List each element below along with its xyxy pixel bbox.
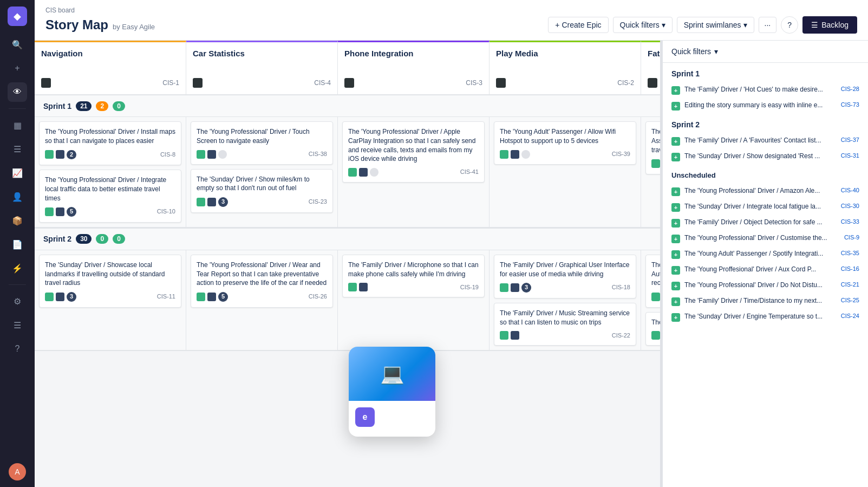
story-card-footer-cis18: 3 CIS-18 — [500, 283, 630, 292]
story-card-cis23[interactable]: The 'Sunday' Driver / Show miles/km to e… — [191, 169, 333, 213]
sidebar-item-user[interactable]: 👤 — [8, 187, 27, 206]
sprint-1-badge-total: 21 — [76, 101, 92, 111]
right-panel-content: Sprint 1 The 'Family' Driver / 'Hot Cues… — [663, 63, 868, 487]
story-card-text: The 'Sunday' Driver / Enable 'Tourist Mo… — [651, 127, 660, 154]
right-panel-quick-filters-button[interactable]: Quick filters ▾ — [671, 47, 718, 56]
story-card-cis19[interactable]: The 'Family' Driver / Microphone so that… — [342, 255, 485, 298]
sprint-swimlanes-button[interactable]: Sprint swimlanes ▾ — [677, 17, 754, 33]
story-card-fatigue-1[interactable]: The 'Sunday' Driver / Enable 'Tourist Mo… — [645, 121, 660, 174]
story-card-footer-fatigue1: 2 CIS-5 — [651, 159, 660, 168]
backlog-item-ticket: CIS-28 — [841, 86, 859, 92]
sidebar-item-pages[interactable]: 📄 — [8, 235, 27, 254]
right-panel-sprint2-title: Sprint 2 — [667, 114, 864, 133]
sidebar-item-package[interactable]: 📦 — [8, 211, 27, 230]
epic-footer-phone: CIS-3 — [344, 78, 482, 88]
story-card-icons: 5 — [45, 207, 76, 216]
story-map[interactable]: Navigation CIS-1 Car Statistics CIS-4 — [35, 41, 660, 487]
story-card-cis8[interactable]: The 'Young Professional' Driver / Instal… — [39, 121, 181, 165]
help-button[interactable]: ? — [781, 16, 798, 34]
epic-fatigue-management[interactable]: Fatigue Management CIS-5 — [641, 41, 660, 94]
story-card-cis7[interactable]: The 'Sunday' Driver / Time Driving Displ… — [645, 312, 660, 346]
list-item[interactable]: The 'Young Professional' Driver / Amazon… — [667, 184, 864, 199]
backlog-item-text: The 'Young Professional' Driver / Custom… — [684, 234, 840, 243]
backlog-label: Backlog — [821, 21, 849, 29]
story-card-cis11[interactable]: The 'Sunday' Driver / Showcase local lan… — [39, 255, 181, 308]
sidebar-item-list[interactable]: ☰ — [8, 139, 27, 159]
list-item[interactable]: The 'Family' Driver / Time/Distance to m… — [667, 294, 864, 309]
story-card-cis18[interactable]: The 'Family' Driver / Graphical User Int… — [494, 255, 636, 298]
story-card-cis6[interactable]: The 'Young Professional' Driver / Androi… — [645, 255, 660, 308]
list-item[interactable]: The 'Family' Driver / A 'Favourites' Con… — [667, 133, 864, 149]
create-epic-button[interactable]: + Create Epic — [548, 17, 608, 33]
green-icon — [500, 331, 508, 340]
sidebar-item-help[interactable]: ? — [8, 339, 27, 359]
story-card-cis41[interactable]: The 'Young Professional' Driver / Apple … — [342, 121, 485, 183]
epic-title-car: Car Statistics — [193, 49, 331, 58]
sidebar-item-chart[interactable]: 📈 — [8, 163, 27, 183]
story-card-footer-cis6: 3 CIS-6 — [651, 292, 660, 301]
story-card-text: The 'Young Adult' Passenger / Allow Wifi… — [500, 127, 630, 146]
story-card-icons — [348, 283, 368, 291]
sidebar-item-search[interactable]: 🔍 — [8, 35, 27, 54]
sidebar-item-settings[interactable]: ⚙ — [8, 291, 27, 311]
backlog-item-ticket: CIS-16 — [841, 265, 859, 272]
sidebar: ◆ 🔍 + 👁 ▦ ☰ 📈 👤 📦 📄 ⚡ ⚙ ☰ ? A — [0, 0, 35, 487]
sprint-swimlanes-label: Sprint swimlanes — [684, 21, 741, 29]
story-icon — [671, 250, 680, 259]
epic-title-fatigue: Fatigue Management — [648, 49, 660, 58]
quick-filters-button[interactable]: Quick filters ▾ — [613, 17, 673, 33]
sidebar-item-reports[interactable]: ⚡ — [8, 258, 27, 278]
story-card-cis26[interactable]: The 'Young Professional' Driver / Wear a… — [191, 255, 333, 308]
story-icon — [671, 297, 680, 306]
list-item[interactable]: Editing the story summary is easy with i… — [667, 98, 864, 114]
list-item[interactable]: The 'Young Professional' Driver / Custom… — [667, 231, 864, 246]
sidebar-divider — [9, 108, 26, 109]
right-panel-sprint1-items: The 'Family' Driver / 'Hot Cues' to make… — [667, 82, 864, 114]
list-item[interactable]: The 'Sunday' Driver / Integrate local fa… — [667, 199, 864, 215]
story-ticket: CIS-22 — [612, 332, 630, 340]
story-card-cis22[interactable]: The 'Family' Driver / Music Streaming se… — [494, 303, 636, 346]
story-card-cis39[interactable]: The 'Young Adult' Passenger / Allow Wifi… — [494, 121, 636, 165]
epic-navigation[interactable]: Navigation CIS-1 — [35, 41, 186, 94]
epic-phone-integration[interactable]: Phone Integration CIS-3 — [338, 41, 490, 94]
sidebar-item-menu[interactable]: ☰ — [8, 315, 27, 335]
backlog-button[interactable]: ☰ Backlog — [802, 16, 857, 34]
story-card-footer-cis23: 3 CIS-23 — [197, 197, 327, 206]
list-item[interactable]: The 'Young Professional' Driver / Do Not… — [667, 278, 864, 294]
sprint-2-badge-total: 30 — [76, 234, 92, 244]
list-item[interactable]: The 'Family' Driver / 'Hot Cues' to make… — [667, 82, 864, 98]
story-card-text: The 'Sunday' Driver / Showcase local lan… — [45, 261, 175, 288]
more-button[interactable]: ··· — [759, 17, 777, 33]
list-item[interactable]: The 'Sunday' Driver / Show designated 'R… — [667, 149, 864, 165]
epic-footer-car: CIS-4 — [193, 78, 331, 88]
app-logo[interactable]: ◆ — [8, 7, 27, 26]
sidebar-item-eye[interactable]: 👁 — [8, 82, 27, 102]
list-item[interactable]: The 'Young Adult' Passenger / Spotify In… — [667, 246, 864, 262]
list-item[interactable]: The 'Young Proffesional' Driver / Aux Co… — [667, 262, 864, 278]
sprint-2-badge-green2: 0 — [113, 234, 125, 244]
list-item[interactable]: The 'Sunday' Driver / Engine Temperature… — [667, 309, 864, 325]
backlog-item-text: The 'Sunday' Driver / Show designated 'R… — [684, 152, 837, 161]
story-icon — [671, 266, 680, 275]
story-card-cis10[interactable]: The 'Young Professional' Driver / Integr… — [39, 170, 181, 223]
sidebar-divider-2 — [9, 284, 26, 285]
backlog-item-text: The 'Young Professional' Driver / Amazon… — [684, 187, 837, 196]
backlog-item-text: The 'Sunday' Driver / Integrate local fa… — [684, 203, 837, 211]
story-ticket: CIS-26 — [309, 293, 327, 301]
sidebar-item-board[interactable]: ▦ — [8, 115, 27, 135]
epic-car-statistics[interactable]: Car Statistics CIS-4 — [186, 41, 338, 94]
backlog-item-ticket: CIS-21 — [841, 281, 859, 288]
user-avatar[interactable]: A — [9, 463, 26, 480]
dark-icon — [511, 283, 519, 292]
sidebar-item-add[interactable]: + — [8, 59, 27, 78]
list-item[interactable]: The 'Family' Driver / Object Detection f… — [667, 215, 864, 231]
epic-ticket-media: CIS-2 — [617, 79, 634, 87]
chevron-down-icon-2: ▾ — [743, 21, 747, 29]
backlog-item-ticket: CIS-37 — [841, 137, 859, 143]
epic-play-media[interactable]: Play Media CIS-2 — [490, 41, 641, 94]
backlog-item-ticket: CIS-31 — [841, 152, 859, 159]
story-card-cis38[interactable]: The 'Young Professional' Driver / Touch … — [191, 121, 333, 165]
story-card-text: The 'Young Professional' Driver / Androi… — [651, 261, 660, 288]
right-panel: Quick filters ▾ Sprint 1 The 'Family' Dr… — [662, 41, 868, 487]
story-card-icons — [500, 150, 530, 159]
